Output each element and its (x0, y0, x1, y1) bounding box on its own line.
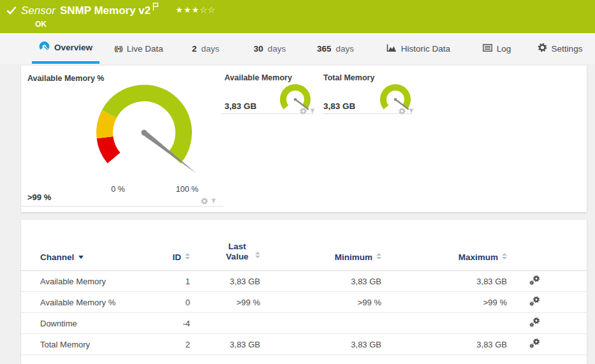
tab-30-days[interactable]: 30 days (251, 33, 289, 64)
sort-caret-icon (78, 256, 84, 259)
channel-maximum: 3,83 GB (381, 340, 507, 349)
tile-divider (222, 113, 314, 114)
sensor-title: SNMP Memory v2 (60, 4, 151, 17)
table-row[interactable]: Available Memory % 0 >99 % >99 % >99 % (21, 292, 587, 313)
log-icon (483, 44, 492, 54)
priority-stars[interactable]: ★★★☆☆ (175, 5, 216, 15)
column-header-minimum[interactable]: Minimum (260, 252, 381, 262)
sort-arrows-icon (376, 253, 381, 259)
table-row[interactable]: Available Memory 1 3,83 GB 3,83 GB 3,83 … (21, 271, 587, 292)
mini-gauge-total-memory-title: Total Memory (323, 73, 374, 82)
mini-gauge-available-memory-value: 3,83 GB (224, 101, 256, 111)
gear-icon (538, 43, 547, 54)
gauges-panel: Available Memory % 0 % 100 % >99 % (21, 66, 587, 212)
sensor-kind-label: Sensor (21, 4, 55, 17)
channel-id: 0 (149, 298, 190, 307)
gauge-icon (39, 41, 50, 54)
channel-id: -4 (149, 319, 190, 328)
column-header-last-value[interactable]: Last Value (190, 242, 260, 262)
tab-historic-data-label: Historic Data (401, 44, 450, 54)
mini-gauge-total-memory-value: 3,83 GB (323, 101, 355, 111)
channel-name: Total Memory (40, 340, 149, 349)
tab-365-days[interactable]: 365 days (314, 33, 357, 64)
sort-arrows-icon (502, 253, 507, 259)
channel-maximum: 3,83 GB (381, 277, 507, 286)
channel-id: 1 (149, 277, 190, 286)
sort-arrows-icon (255, 252, 260, 258)
channel-last-value: 3,83 GB (190, 277, 260, 286)
channel-minimum: >99 % (260, 298, 381, 307)
live-data-icon: ((•)) (114, 45, 122, 52)
tab-2-days[interactable]: 2 days (188, 33, 223, 64)
sort-arrows-icon (185, 253, 190, 259)
tab-2-days-number: 2 (192, 44, 197, 54)
flag-icon[interactable] (152, 2, 159, 13)
available-memory-pct-gauge (80, 74, 208, 182)
main-gauge-value: >99 % (27, 193, 51, 202)
tab-overview[interactable]: Overview (32, 33, 99, 64)
chart-icon (386, 43, 397, 54)
channel-last-value: >99 % (190, 298, 260, 307)
tab-historic-data[interactable]: Historic Data (383, 33, 454, 64)
column-header-maximum[interactable]: Maximum (381, 252, 507, 262)
tab-bar: Overview ((•)) Live Data 2 days 30 days … (0, 33, 595, 64)
tab-live-data[interactable]: ((•)) Live Data (108, 33, 169, 64)
channel-name: Available Memory % (40, 298, 149, 307)
tab-live-data-label: Live Data (127, 44, 163, 54)
tab-365-days-number: 365 (317, 44, 332, 54)
gauge-scale-min: 0 % (102, 185, 134, 194)
tab-365-days-label: days (336, 44, 355, 54)
column-header-channel[interactable]: Channel (40, 252, 149, 262)
channel-maximum: >99 % (381, 298, 507, 307)
tab-log[interactable]: Log (478, 33, 515, 64)
channels-panel: Channel ID Last Value Minimum Maximum Av… (21, 220, 587, 364)
tile-divider (322, 113, 411, 114)
tab-2-days-label: days (201, 44, 219, 54)
channel-minimum: 3,83 GB (260, 340, 381, 349)
channel-minimum: 3,83 GB (260, 277, 381, 286)
tab-settings[interactable]: Settings (536, 33, 584, 64)
gauge-scale-max: 100 % (170, 185, 205, 194)
tab-settings-label: Settings (552, 44, 583, 54)
tab-log-label: Log (497, 44, 511, 54)
tile-divider (21, 206, 223, 207)
column-header-id[interactable]: ID (149, 252, 190, 262)
table-header-row: Channel ID Last Value Minimum Maximum (21, 220, 587, 271)
tab-overview-label: Overview (54, 43, 92, 52)
tab-30-days-label: days (268, 44, 286, 54)
channel-id: 2 (149, 340, 190, 349)
table-row[interactable]: Total Memory 2 3,83 GB 3,83 GB 3,83 GB (21, 334, 587, 355)
gauge-settings-gear-icon[interactable] (300, 106, 307, 117)
channel-settings-gears-icon[interactable] (529, 317, 540, 327)
channel-last-value: 3,83 GB (190, 340, 260, 349)
channel-settings-gears-icon[interactable] (529, 339, 540, 348)
gauge-pin-icon[interactable] (408, 106, 415, 117)
prtg-sensor-page: Sensor SNMP Memory v2 ★★★☆☆ OK Overview … (0, 0, 595, 364)
channel-settings-gears-icon[interactable] (529, 296, 540, 306)
tab-30-days-number: 30 (254, 44, 263, 54)
table-row[interactable]: Downtime -4 (21, 313, 587, 334)
channel-name: Downtime (40, 319, 149, 328)
channel-name: Available Memory (40, 277, 149, 286)
gauge-pin-icon[interactable] (309, 106, 316, 117)
channel-settings-gears-icon[interactable] (529, 275, 540, 285)
gauge-settings-gear-icon[interactable] (399, 106, 406, 117)
sensor-header: Sensor SNMP Memory v2 ★★★☆☆ OK (0, 0, 595, 33)
status-ok-check-icon (6, 6, 17, 17)
sensor-status-badge: OK (35, 20, 47, 29)
